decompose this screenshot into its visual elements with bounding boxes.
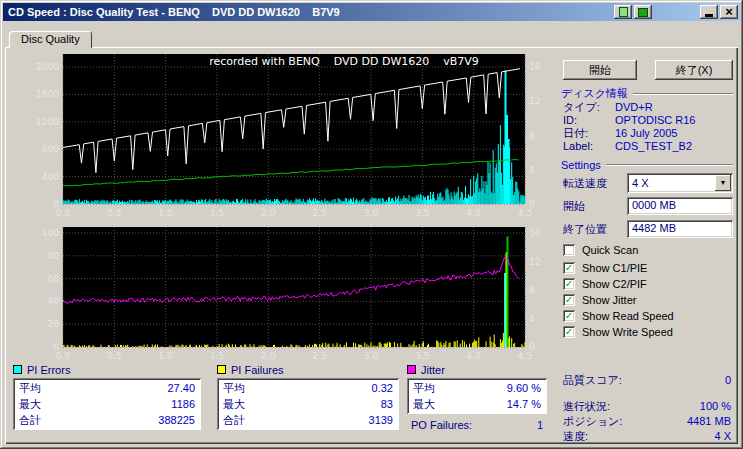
title-bar[interactable]: CD Speed : Disc Quality Test - BENQ DVD …: [3, 3, 740, 21]
checkbox-show-c2-pif[interactable]: ✓ Show C2/PIF: [563, 277, 647, 291]
pie-color-swatch: [13, 365, 22, 374]
section-divider: [633, 93, 733, 95]
jitter-panel: 平均9.60 % 最大14.7 %: [407, 378, 547, 414]
checkbox-show-write-speed[interactable]: ✓ Show Write Speed: [563, 325, 673, 339]
pi-errors-header: PI Errors: [13, 363, 201, 376]
transfer-speed-select[interactable]: 4 X ▼: [627, 173, 733, 193]
control-panel: 開始 終了(X) ディスク情報 タイプ: DVD+R ID: OPTODISC …: [557, 55, 735, 440]
tab-label: Disc Quality: [21, 33, 80, 45]
svg-text:1.0: 1.0: [159, 351, 174, 361]
svg-text:4.5: 4.5: [518, 208, 532, 218]
settings-section-header: Settings: [561, 158, 733, 171]
svg-text:1.0: 1.0: [159, 208, 174, 218]
bottom-chart: 0.00.51.01.52.02.53.03.54.04.51008060402…: [7, 223, 555, 363]
pif-color-swatch: [217, 365, 226, 374]
svg-text:3.0: 3.0: [364, 208, 379, 218]
svg-text:400: 400: [42, 172, 59, 182]
start-position-field[interactable]: 0000 MB: [627, 197, 733, 215]
svg-text:20: 20: [48, 319, 60, 329]
checkbox-show-jitter[interactable]: ✓ Show Jitter: [563, 293, 636, 307]
checkbox-box[interactable]: ✓: [563, 294, 575, 306]
disc-type-value: DVD+R: [615, 101, 653, 114]
check-icon: ✓: [565, 263, 573, 273]
checkbox-quick-scan[interactable]: ✓ Quick Scan: [563, 243, 638, 257]
svg-text:0.0: 0.0: [56, 351, 71, 361]
svg-text:0.0: 0.0: [56, 208, 71, 218]
jitter-color-swatch: [407, 365, 416, 374]
svg-text:12: 12: [529, 96, 540, 106]
end-position-row: 終了位置 4482 MB: [563, 220, 733, 238]
svg-text:0: 0: [529, 199, 535, 209]
svg-text:3.0: 3.0: [364, 351, 379, 361]
stat-row: 平均0.32: [217, 380, 399, 396]
stat-row: 最大14.7 %: [407, 396, 547, 412]
svg-text:2000: 2000: [36, 62, 59, 72]
checkbox-box[interactable]: ✓: [563, 244, 575, 256]
svg-text:1.5: 1.5: [210, 208, 224, 218]
progress-row: 進行状況: 100 %: [563, 399, 731, 413]
disc-id-row: ID: OPTODISC R16: [563, 114, 733, 127]
checkbox-box[interactable]: ✓: [563, 262, 575, 274]
svg-text:1.5: 1.5: [210, 351, 224, 361]
po-failures-value: 1: [537, 419, 543, 431]
close-button[interactable]: ×: [720, 5, 738, 19]
check-icon: ✓: [565, 279, 573, 289]
svg-text:1600: 1600: [36, 89, 59, 99]
disc-label-row: Label: CDS_TEST_B2: [563, 140, 733, 153]
pi-errors-title: PI Errors: [27, 364, 70, 376]
stat-row: 合計3139: [217, 412, 399, 428]
svg-text:800: 800: [42, 144, 59, 154]
checkbox-box[interactable]: ✓: [563, 278, 575, 290]
tab-disc-quality[interactable]: Disc Quality: [9, 31, 92, 48]
svg-text:recorded with BENQ DVD DD D: recorded with BENQ DVD DD DW1620 vB7V9: [209, 55, 479, 68]
start-position-row: 開始 0000 MB: [563, 197, 733, 215]
pi-errors-group: PI Errors 平均27.40 最大1186 合計388225: [13, 363, 201, 430]
end-position-field[interactable]: 4482 MB: [627, 220, 733, 238]
svg-text:2.5: 2.5: [313, 208, 327, 218]
svg-text:8: 8: [529, 285, 535, 295]
disc-id-value: OPTODISC R16: [615, 114, 696, 127]
transfer-speed-value: 4 X: [632, 174, 649, 192]
progress-value: 100 %: [700, 399, 731, 413]
svg-text:80: 80: [48, 251, 60, 261]
svg-text:1200: 1200: [36, 117, 59, 127]
svg-text:3.5: 3.5: [415, 351, 429, 361]
svg-text:4.5: 4.5: [518, 351, 532, 361]
po-failures-row: PO Failures: 1: [407, 419, 547, 431]
copy-screenshot-button[interactable]: [614, 5, 632, 19]
start-button[interactable]: 開始: [563, 60, 637, 80]
svg-text:4.0: 4.0: [467, 351, 482, 361]
pi-failures-group: PI Failures 平均0.32 最大83 合計3139: [217, 363, 399, 430]
jitter-title: Jitter: [421, 364, 445, 376]
save-screenshot-button[interactable]: [634, 5, 652, 19]
pi-errors-panel: 平均27.40 最大1186 合計388225: [13, 378, 201, 430]
svg-text:2.5: 2.5: [313, 351, 327, 361]
svg-text:0.5: 0.5: [107, 351, 121, 361]
jitter-header: Jitter: [407, 363, 547, 376]
svg-text:2.0: 2.0: [261, 208, 276, 218]
disc-type-row: タイプ: DVD+R: [563, 101, 733, 114]
disc-date-row: 日付: 16 July 2005: [563, 127, 733, 140]
chevron-down-icon[interactable]: ▼: [715, 175, 731, 191]
checkbox-box[interactable]: ✓: [563, 310, 575, 322]
minimize-button[interactable]: [700, 5, 718, 19]
svg-text:0: 0: [529, 342, 535, 352]
checkbox-show-c1-pie[interactable]: ✓ Show C1/PIE: [563, 261, 647, 275]
svg-text:16: 16: [529, 228, 541, 238]
svg-text:12: 12: [529, 257, 540, 267]
svg-text:0.5: 0.5: [107, 208, 121, 218]
position-value: 4481 MB: [687, 414, 731, 428]
svg-text:4.0: 4.0: [467, 208, 482, 218]
app-window: CD Speed : Disc Quality Test - BENQ DVD …: [0, 0, 743, 449]
check-icon: ✓: [565, 327, 573, 337]
checkbox-show-read-speed[interactable]: ✓ Show Read Speed: [563, 309, 674, 323]
exit-button[interactable]: 終了(X): [655, 60, 733, 80]
quality-score-row: 品質スコア: 0: [563, 373, 731, 387]
svg-text:3.5: 3.5: [415, 208, 429, 218]
stat-row: 最大83: [217, 396, 399, 412]
svg-text:2.0: 2.0: [261, 351, 276, 361]
speed-row: 速度: 4 X: [563, 429, 731, 443]
top-chart: 0.00.51.01.52.02.53.03.54.04.52000160012…: [7, 53, 555, 225]
checkbox-box[interactable]: ✓: [563, 326, 575, 338]
pi-failures-header: PI Failures: [217, 363, 399, 376]
